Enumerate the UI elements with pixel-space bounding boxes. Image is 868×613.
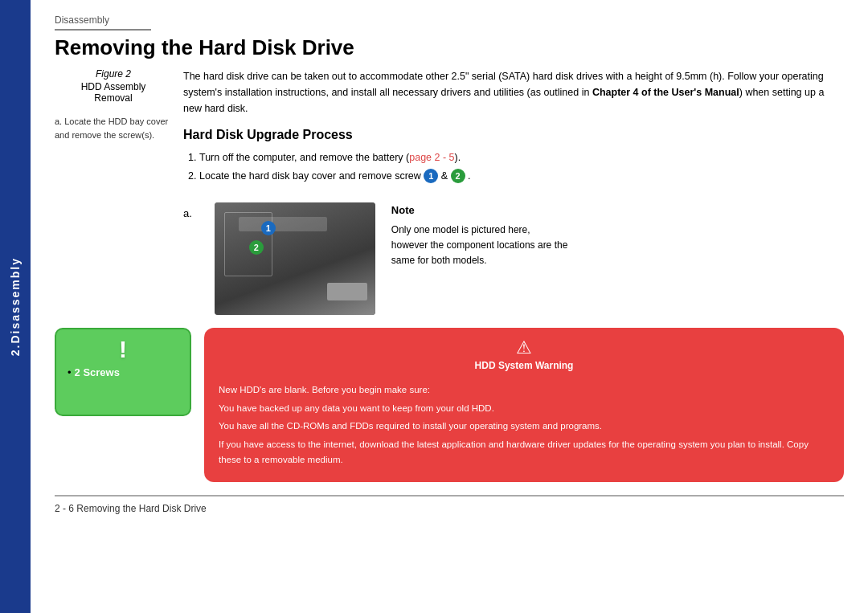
steps-list: Turn off the computer, and remove the ba… xyxy=(199,149,844,185)
warning-icon: ⚠ xyxy=(516,337,532,358)
red-box-title: HDD System Warning xyxy=(475,360,574,371)
side-tab: 2.Disassembly xyxy=(0,0,31,613)
main-content: Disassembly Removing the Hard Disk Drive… xyxy=(31,0,868,613)
intro-text: The hard disk drive can be taken out to … xyxy=(183,68,844,116)
bottom-section: ! • 2 Screws ⚠ HDD System Warning New HD… xyxy=(55,328,844,482)
hdd-screw-area: 1 2 xyxy=(224,212,272,276)
note-title: Note xyxy=(391,202,568,219)
step-a-label: a. xyxy=(183,207,192,219)
top-section: Figure 2 HDD AssemblyRemoval a. Locate t… xyxy=(55,68,844,194)
hdd-badge-1: 1 xyxy=(261,221,276,235)
footer-divider xyxy=(55,495,844,497)
note-step: a. Locate the HDD bay cover and remove t… xyxy=(55,115,172,141)
mid-section: a. 1 2 xyxy=(183,202,844,315)
red-box-header: ⚠ HDD System Warning xyxy=(219,337,829,376)
section-heading: Hard Disk Upgrade Process xyxy=(183,128,844,142)
page-link[interactable]: page 2 - 5 xyxy=(409,152,454,163)
red-line-2: You have backed up any data you want to … xyxy=(219,401,829,417)
breadcrumb: Disassembly xyxy=(55,14,151,31)
left-sidebar: Figure 2 HDD AssemblyRemoval a. Locate t… xyxy=(55,68,183,194)
red-box: ⚠ HDD System Warning New HDD's are blank… xyxy=(204,328,844,482)
note-text: Only one model is pictured here, however… xyxy=(391,223,568,269)
red-line-4: If you have access to the internet, down… xyxy=(219,437,829,468)
step-2: Locate the hard disk bay cover and remov… xyxy=(199,167,844,186)
page-title: Removing the Hard Disk Drive xyxy=(55,35,844,60)
badge-2: 2 xyxy=(451,169,465,183)
green-box: ! • 2 Screws xyxy=(55,328,191,416)
hdd-image: 1 2 xyxy=(215,202,375,315)
red-line-3: You have all the CD-ROMs and FDDs requir… xyxy=(219,419,829,435)
side-tab-label: 2.Disassembly xyxy=(9,257,22,356)
hdd-badge-2: 2 xyxy=(249,240,264,255)
hdd-image-inner: 1 2 xyxy=(215,202,375,315)
red-line-1: New HDD's are blank. Before you begin ma… xyxy=(219,382,829,398)
green-box-item: 2 Screws xyxy=(75,366,120,378)
hdd-connector xyxy=(327,283,367,300)
red-box-text: New HDD's are blank. Before you begin ma… xyxy=(219,382,829,468)
right-content: The hard disk drive can be taken out to … xyxy=(183,68,844,194)
green-box-bullet: • 2 Screws xyxy=(68,366,120,378)
step-1: Turn off the computer, and remove the ba… xyxy=(199,149,844,167)
figure-label: Figure 2 xyxy=(55,68,172,80)
figure-sublabel: HDD AssemblyRemoval xyxy=(55,81,172,104)
footer-text: 2 - 6 Removing the Hard Disk Drive xyxy=(55,503,844,514)
badge-1: 1 xyxy=(424,169,438,183)
green-box-exclamation: ! xyxy=(119,337,127,362)
note-box: Note Only one model is pictured here, ho… xyxy=(391,202,568,268)
page-wrapper: 2.Disassembly Disassembly Removing the H… xyxy=(0,0,868,613)
